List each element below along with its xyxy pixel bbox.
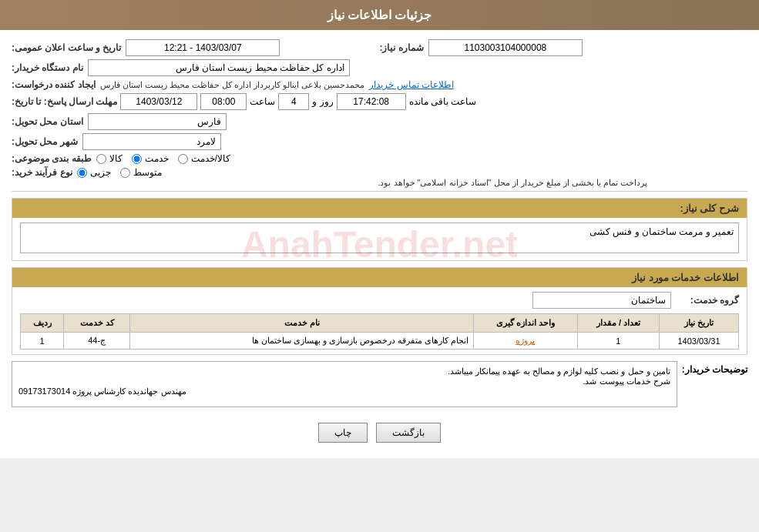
- category-khadamat-radio[interactable]: [132, 154, 142, 164]
- grid-header-row: ردیف: [21, 314, 64, 333]
- unit-link[interactable]: پروژه: [516, 336, 535, 345]
- buyer-notes-line3: 09173173014 مهندس جهاندیده کارشناس پروژه: [18, 386, 670, 396]
- days-input[interactable]: [278, 93, 309, 110]
- grid-cell-count: 1: [577, 333, 659, 350]
- process-motavaset-option[interactable]: متوسط: [120, 167, 162, 178]
- province-input[interactable]: [88, 113, 227, 130]
- grid-cell-row: 1: [21, 333, 64, 350]
- time-label: ساعت: [250, 96, 275, 107]
- send-date-label: مهلت ارسال پاسخ: تا تاریخ:: [12, 96, 117, 107]
- buyer-notes-section: توضیحات خریدار: تامین و حمل و نصب کلیه ل…: [12, 361, 747, 407]
- need-desc-body: [12, 218, 747, 260]
- remaining-hours-input[interactable]: [337, 93, 406, 110]
- process-jozii-option[interactable]: جزیی: [77, 167, 111, 178]
- time-input[interactable]: [200, 93, 247, 110]
- page-header: جزئیات اطلاعات نیاز: [0, 0, 759, 30]
- creator-value: محمدحسین بلاعی اینالو کاربرداز اداره کل …: [100, 80, 365, 90]
- services-body: گروه خدمت: تاریخ نیاز تعداد / مقدار واحد…: [12, 287, 747, 354]
- table-row: 1403/03/31 1 پروژه انجام کارهای متفرقه د…: [21, 333, 739, 350]
- buyer-notes-label: توضیحات خریدار:: [682, 364, 747, 375]
- deadline-row: ساعت باقی مانده روز و ساعت مهلت ارسال پا…: [12, 93, 747, 110]
- buyer-notes-line1: تامین و حمل و نصب کلیه لوازم و مصالح به …: [18, 366, 670, 376]
- category-radios: کالا/خدمت خدمت کالا: [96, 153, 230, 164]
- city-row: شهر محل تحویل:: [12, 133, 747, 150]
- process-jozii-radio[interactable]: [77, 168, 87, 178]
- category-kala-khadamat-radio[interactable]: [178, 154, 188, 164]
- need-desc-section: شرح کلی نیاز:: [12, 198, 747, 261]
- grid-header-row: تاریخ نیاز تعداد / مقدار واحد اندازه گیر…: [21, 314, 739, 333]
- back-button[interactable]: بازگشت: [376, 423, 441, 443]
- city-input[interactable]: [82, 133, 221, 150]
- grid-header-date: تاریخ نیاز: [660, 314, 739, 333]
- grid-cell-name: انجام کارهای متفرقه درخصوص بازسازی و بهس…: [130, 333, 474, 350]
- grid-cell-date: 1403/03/31: [660, 333, 739, 350]
- process-note: پرداخت تمام یا بخشی از مبلغ خریدار از مح…: [378, 178, 647, 187]
- grid-cell-unit: پروژه: [473, 333, 577, 350]
- process-motavaset-radio[interactable]: [120, 168, 130, 178]
- category-khadamat-label: خدمت: [145, 153, 169, 164]
- page-title: جزئیات اطلاعات نیاز: [327, 8, 432, 22]
- services-section: اطلاعات خدمات مورد نیاز گروه خدمت: تاریخ…: [12, 267, 747, 355]
- category-kala-khadamat-label: کالا/خدمت: [191, 153, 230, 164]
- process-row: متوسط جزیی نوع فرآیند خرید: پرداخت تمام …: [12, 167, 747, 188]
- grid-header-name: نام خدمت: [130, 314, 474, 333]
- buyer-notes-line2: شرح خدمات پیوست شد.: [18, 376, 670, 386]
- creator-group: اطلاعات تماس خریدار محمدحسین بلاعی اینال…: [12, 79, 747, 90]
- grid-cell-code: ج-44: [64, 333, 130, 350]
- need-number-group: شماره نیاز:: [380, 39, 748, 56]
- category-group: کالا/خدمت خدمت کالا طبقه بندی موضوعی:: [12, 153, 747, 164]
- need-number-row: شماره نیاز: تاریخ و ساعت اعلان عمومی:: [12, 39, 747, 56]
- category-kala-radio[interactable]: [96, 154, 106, 164]
- need-number-label: شماره نیاز:: [380, 42, 424, 53]
- need-number-input[interactable]: [428, 39, 583, 56]
- process-jozii-label: جزیی: [90, 167, 111, 178]
- process-label: نوع فرآیند خرید:: [12, 167, 72, 178]
- grid-header-code: کد خدمت: [64, 314, 130, 333]
- and-days-label: روز و: [312, 96, 333, 107]
- category-label: طبقه بندی موضوعی:: [12, 153, 92, 164]
- category-kala-khadamat-option[interactable]: کالا/خدمت: [178, 153, 230, 164]
- province-group: استان محل تحویل:: [12, 113, 747, 130]
- category-kala-option[interactable]: کالا: [96, 153, 123, 164]
- services-grid: تاریخ نیاز تعداد / مقدار واحد اندازه گیر…: [20, 313, 739, 350]
- buyer-org-label: نام دستگاه خریدار:: [12, 62, 83, 73]
- buttons-row: بازگشت چاپ: [12, 413, 747, 449]
- group-row: گروه خدمت:: [20, 292, 739, 309]
- province-row: استان محل تحویل:: [12, 113, 747, 130]
- creator-row: اطلاعات تماس خریدار محمدحسین بلاعی اینال…: [12, 79, 747, 90]
- process-radios: متوسط جزیی: [77, 167, 162, 178]
- process-motavaset-label: متوسط: [133, 167, 162, 178]
- print-button[interactable]: چاپ: [318, 423, 368, 443]
- category-khadamat-option[interactable]: خدمت: [132, 153, 169, 164]
- grid-header-unit: واحد اندازه گیری: [473, 314, 577, 333]
- need-desc-input[interactable]: [20, 223, 739, 253]
- buyer-org-group: نام دستگاه خریدار:: [12, 59, 747, 76]
- city-group: شهر محل تحویل:: [12, 133, 747, 150]
- need-desc-title: شرح کلی نیاز:: [12, 199, 747, 218]
- buyer-org-row: نام دستگاه خریدار:: [12, 59, 747, 76]
- buyer-notes-inner: توضیحات خریدار: تامین و حمل و نصب کلیه ل…: [12, 361, 747, 407]
- remaining-label: ساعت باقی مانده: [409, 96, 477, 107]
- city-label: شهر محل تحویل:: [12, 136, 78, 147]
- buyer-org-input[interactable]: [88, 59, 350, 76]
- province-label: استان محل تحویل:: [12, 116, 83, 127]
- category-row: کالا/خدمت خدمت کالا طبقه بندی موضوعی:: [12, 153, 747, 164]
- announce-date-label: تاریخ و ساعت اعلان عمومی:: [12, 42, 121, 53]
- buyer-notes-box: تامین و حمل و نصب کلیه لوازم و مصالح به …: [12, 361, 677, 407]
- creator-label: ایجاد کننده درخواست:: [12, 79, 96, 90]
- announce-date-input[interactable]: [126, 39, 280, 56]
- creator-contact-link[interactable]: اطلاعات تماس خریدار: [369, 79, 454, 90]
- divider1: [12, 191, 747, 192]
- announce-date-group: تاریخ و ساعت اعلان عمومی:: [12, 39, 380, 56]
- date-input[interactable]: [120, 93, 197, 110]
- main-content: AnahTender.net شماره نیاز: تاریخ و ساعت …: [0, 30, 759, 458]
- category-kala-label: کالا: [109, 153, 123, 164]
- group-input[interactable]: [532, 292, 671, 309]
- group-label: گروه خدمت:: [677, 295, 739, 306]
- services-title: اطلاعات خدمات مورد نیاز: [12, 268, 747, 287]
- grid-header-count: تعداد / مقدار: [577, 314, 659, 333]
